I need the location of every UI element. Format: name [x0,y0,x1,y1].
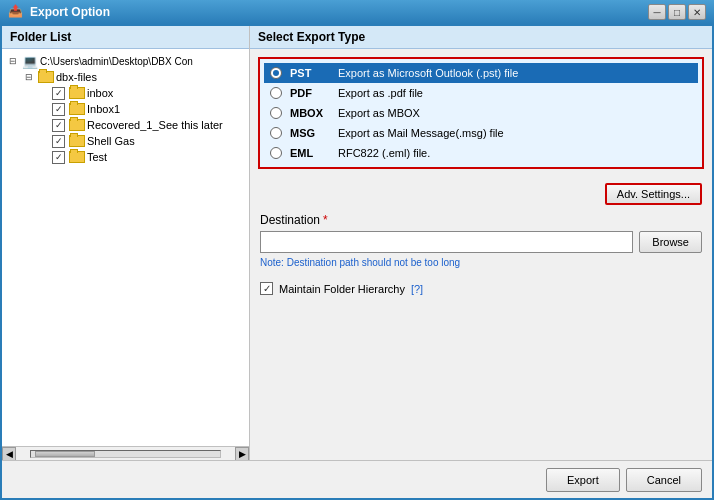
tree-item-inbox[interactable]: inbox [6,85,245,101]
inbox-folder-icon [69,87,85,99]
browse-button[interactable]: Browse [639,231,702,253]
shellgas-folder-icon [69,135,85,147]
inbox1-checkbox[interactable] [52,103,65,116]
maximize-button[interactable]: □ [668,4,686,20]
destination-row: Browse [260,231,702,253]
export-type-options: PST Export as Microsoft Outlook (.pst) f… [258,57,704,169]
window-controls: ─ □ ✕ [648,4,706,20]
maintain-hierarchy-row: Maintain Folder Hierarchy [?] [250,274,712,303]
option-desc-msg: Export as Mail Message(.msg) file [338,127,504,139]
recovered-expand-icon [36,118,50,132]
dbx-folder-label: dbx-files [56,71,97,83]
export-option-eml[interactable]: EML RFC822 (.eml) file. [264,143,698,163]
cancel-button[interactable]: Cancel [626,468,702,492]
folder-list-header: Folder List [2,26,249,49]
expand-icon: ⊟ [6,54,20,68]
shellgas-label: Shell Gas [87,135,135,147]
shellgas-expand-icon [36,134,50,148]
scroll-left-btn[interactable]: ◀ [2,447,16,461]
inbox-label: inbox [87,87,113,99]
root-path-label: C:\Users\admin\Desktop\DBX Con [40,56,193,67]
scroll-thumb[interactable] [35,451,95,457]
option-code-mbox: MBOX [290,107,330,119]
export-type-header: Select Export Type [250,26,712,49]
inbox1-expand-icon [36,102,50,116]
destination-input[interactable] [260,231,633,253]
option-code-eml: EML [290,147,330,159]
radio-msg[interactable] [270,127,282,139]
dialog-body: Folder List ⊟ 💻 C:\Users\admin\Desktop\D… [0,24,714,500]
adv-settings-button[interactable]: Adv. Settings... [605,183,702,205]
maintain-hierarchy-label: Maintain Folder Hierarchy [279,283,405,295]
tree-item-test[interactable]: Test [6,149,245,165]
option-desc-eml: RFC822 (.eml) file. [338,147,430,159]
tree-item-recovered[interactable]: Recovered_1_See this later [6,117,245,133]
option-code-pdf: PDF [290,87,330,99]
option-desc-pst: Export as Microsoft Outlook (.pst) file [338,67,518,79]
option-code-msg: MSG [290,127,330,139]
right-panel: Select Export Type PST Export as Microso… [250,26,712,460]
tree-item-shell-gas[interactable]: Shell Gas [6,133,245,149]
radio-pst[interactable] [270,67,282,79]
tree-dbx-item[interactable]: ⊟ dbx-files [6,69,245,85]
recovered-checkbox[interactable] [52,119,65,132]
scroll-right-btn[interactable]: ▶ [235,447,249,461]
inbox1-folder-icon [69,103,85,115]
shellgas-checkbox[interactable] [52,135,65,148]
left-panel: Folder List ⊟ 💻 C:\Users\admin\Desktop\D… [2,26,250,460]
minimize-button[interactable]: ─ [648,4,666,20]
export-option-mbox[interactable]: MBOX Export as MBOX [264,103,698,123]
radio-mbox[interactable] [270,107,282,119]
dbx-folder-icon [38,71,54,83]
test-expand-icon [36,150,50,164]
destination-note: Note: Destination path should not be too… [260,257,702,268]
destination-area: Destination * Browse Note: Destination p… [250,207,712,274]
export-option-msg[interactable]: MSG Export as Mail Message(.msg) file [264,123,698,143]
recovered-folder-icon [69,119,85,131]
main-content: Folder List ⊟ 💻 C:\Users\admin\Desktop\D… [2,26,712,460]
maintain-hierarchy-help[interactable]: [?] [411,283,423,295]
tree-item-inbox1[interactable]: Inbox1 [6,101,245,117]
radio-eml[interactable] [270,147,282,159]
option-desc-mbox: Export as MBOX [338,107,420,119]
inbox-checkbox[interactable] [52,87,65,100]
radio-pdf[interactable] [270,87,282,99]
destination-label: Destination * [260,213,702,227]
adv-settings-row: Adv. Settings... [250,177,712,207]
test-checkbox[interactable] [52,151,65,164]
bottom-bar: Export Cancel [2,460,712,498]
folder-tree: ⊟ 💻 C:\Users\admin\Desktop\DBX Con ⊟ dbx… [2,49,249,446]
inbox1-label: Inbox1 [87,103,120,115]
drive-icon: 💻 [22,54,38,68]
option-desc-pdf: Export as .pdf file [338,87,423,99]
tree-root-item[interactable]: ⊟ 💻 C:\Users\admin\Desktop\DBX Con [6,53,245,69]
app-icon: 📤 [8,4,24,20]
close-button[interactable]: ✕ [688,4,706,20]
export-option-pdf[interactable]: PDF Export as .pdf file [264,83,698,103]
title-bar: 📤 Export Option ─ □ ✕ [0,0,714,24]
recovered-label: Recovered_1_See this later [87,119,223,131]
test-folder-icon [69,151,85,163]
test-label: Test [87,151,107,163]
dbx-expand-icon: ⊟ [22,70,36,84]
maintain-hierarchy-checkbox[interactable] [260,282,273,295]
horizontal-scrollbar[interactable]: ◀ ▶ [2,446,249,460]
inbox-expand-icon [36,86,50,100]
option-code-pst: PST [290,67,330,79]
export-option-pst[interactable]: PST Export as Microsoft Outlook (.pst) f… [264,63,698,83]
destination-text: Destination [260,213,320,227]
dialog-title: Export Option [30,5,642,19]
required-marker: * [323,213,328,227]
scroll-track [30,450,221,458]
export-button[interactable]: Export [546,468,620,492]
